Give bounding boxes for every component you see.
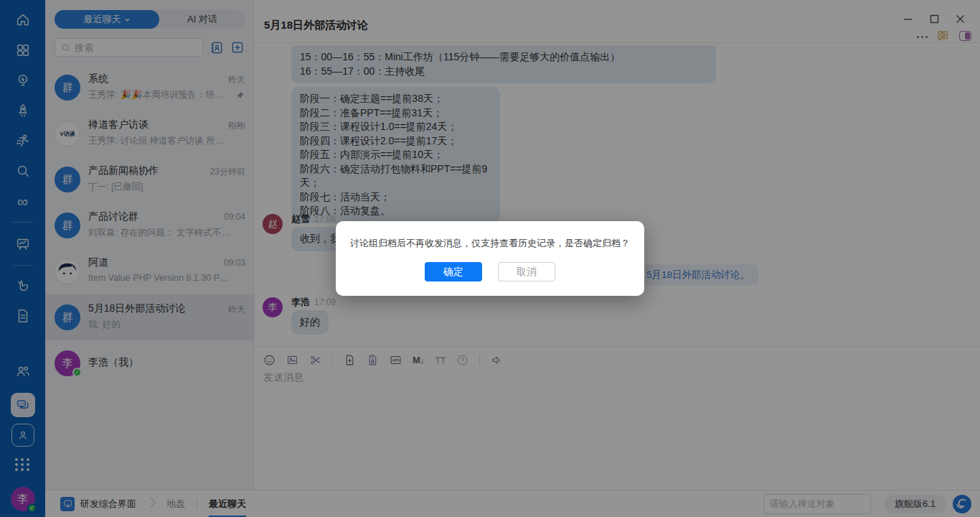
archive-confirm-dialog: 讨论组归档后不再收发消息，仅支持查看历史记录，是否确定归档？ 确定 取消 <box>336 221 644 296</box>
confirm-button[interactable]: 确定 <box>425 262 482 281</box>
app-window: ∞ 李 ✓ 最近聊天 AI 对话 <box>0 0 980 517</box>
dialog-message: 讨论组归档后不再收发消息，仅支持查看历史记录，是否确定归档？ <box>336 237 644 250</box>
cancel-button[interactable]: 取消 <box>498 262 555 281</box>
